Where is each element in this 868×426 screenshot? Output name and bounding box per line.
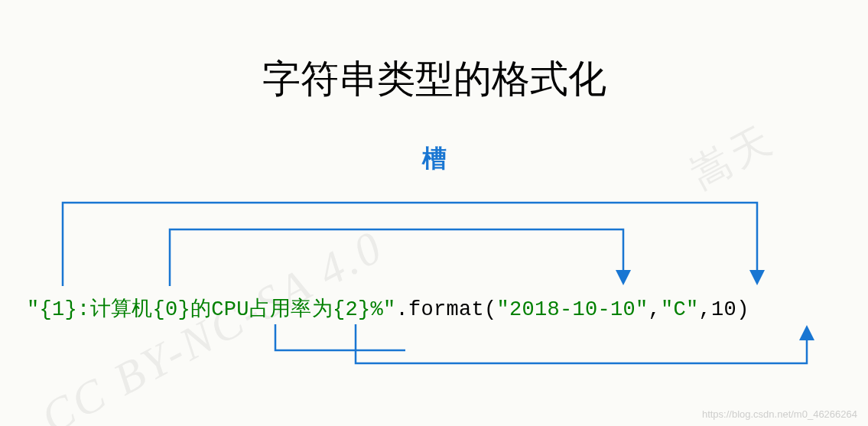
- code-slot-1: "{1}: [27, 298, 77, 321]
- code-method: .format(: [395, 298, 496, 321]
- arrow-slot0-to-argDate: [170, 229, 623, 286]
- code-text-1: :计算机: [77, 298, 152, 321]
- code-slot-2: {2}: [333, 298, 371, 321]
- code-text-2: 的CPU占用率为: [190, 298, 333, 321]
- watermark-license: CC BY-NC-SA 4.0: [33, 220, 392, 426]
- code-arg-3: 10: [711, 298, 736, 321]
- code-line: "{1}:计算机{0}的CPU占用率为{2}%".format("2018-10…: [27, 294, 749, 322]
- code-arg-2: "C": [661, 298, 699, 321]
- bracket-open-segment: [275, 324, 405, 350]
- code-text-3: %": [370, 298, 395, 321]
- code-arg-1: "2018-10-10": [497, 298, 649, 321]
- arrow-slot2-to-arg10: [356, 324, 807, 363]
- page-title: 字符串类型的格式化: [0, 54, 868, 105]
- slot-label: 槽: [0, 142, 868, 176]
- code-comma-2: ,: [699, 298, 712, 321]
- code-close-paren: ): [736, 298, 749, 321]
- watermark-url: https://blog.csdn.net/m0_46266264: [702, 408, 857, 420]
- arrow-slot1-to-argC: [63, 203, 757, 286]
- code-slot-0: {0}: [152, 298, 190, 321]
- code-comma-1: ,: [649, 298, 662, 321]
